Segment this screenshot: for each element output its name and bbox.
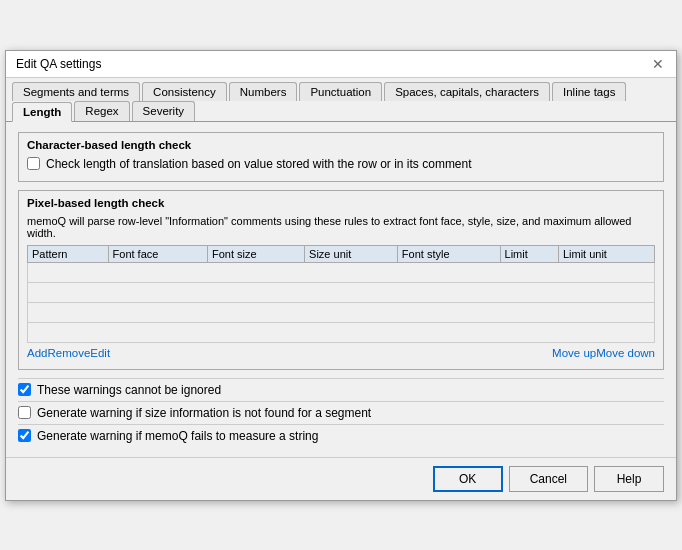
add-button[interactable]: Add (27, 347, 47, 359)
char-checkbox[interactable] (27, 157, 40, 170)
warning-label-0: These warnings cannot be ignored (37, 383, 221, 397)
col-font-style: Font style (397, 245, 500, 262)
titlebar: Edit QA settings ✕ (6, 51, 676, 78)
help-button[interactable]: Help (594, 466, 664, 492)
pixel-table: Pattern Font face Font size Size unit Fo… (27, 245, 655, 343)
char-section-title: Character-based length check (27, 139, 655, 151)
pixel-desc: memoQ will parse row-level "Information"… (27, 215, 655, 239)
table-row (28, 302, 655, 322)
table-row (28, 322, 655, 342)
col-limit: Limit (500, 245, 558, 262)
warning-checkbox-0[interactable] (18, 383, 31, 396)
warning-row-0: These warnings cannot be ignored (18, 378, 664, 401)
dialog-footer: OK Cancel Help (6, 457, 676, 500)
close-button[interactable]: ✕ (650, 57, 666, 71)
move-down-button[interactable]: Move down (596, 347, 655, 359)
table-body (28, 262, 655, 342)
char-checkbox-label: Check length of translation based on val… (46, 157, 472, 171)
col-font-face: Font face (108, 245, 207, 262)
warning-checkbox-1[interactable] (18, 406, 31, 419)
pixel-section: Pixel-based length check memoQ will pars… (18, 190, 664, 370)
remove-button[interactable]: Remove (47, 347, 90, 359)
warning-checkbox-2[interactable] (18, 429, 31, 442)
col-limit-unit: Limit unit (558, 245, 654, 262)
cancel-button[interactable]: Cancel (509, 466, 588, 492)
tab-numbers[interactable]: Numbers (229, 82, 298, 101)
tab-segments-and-terms[interactable]: Segments and terms (12, 82, 140, 101)
tab-severity[interactable]: Severity (132, 101, 196, 121)
col-font-size: Font size (207, 245, 304, 262)
tab-inline-tags[interactable]: Inline tags (552, 82, 626, 101)
warning-label-2: Generate warning if memoQ fails to measu… (37, 429, 318, 443)
edit-button[interactable]: Edit (90, 347, 110, 359)
tab-punctuation[interactable]: Punctuation (299, 82, 382, 101)
dialog-title: Edit QA settings (16, 57, 101, 71)
table-actions: Add Remove Edit Move up Move down (27, 343, 655, 363)
table-row (28, 282, 655, 302)
char-section: Character-based length check Check lengt… (18, 132, 664, 182)
tab-spaces-capitals-characters[interactable]: Spaces, capitals, characters (384, 82, 550, 101)
ok-button[interactable]: OK (433, 466, 503, 492)
edit-qa-dialog: Edit QA settings ✕ Segments and terms Co… (5, 50, 677, 501)
tab-regex[interactable]: Regex (74, 101, 129, 121)
tab-consistency[interactable]: Consistency (142, 82, 227, 101)
warnings-section: These warnings cannot be ignored Generat… (18, 378, 664, 447)
col-size-unit: Size unit (305, 245, 398, 262)
pixel-section-title: Pixel-based length check (27, 197, 655, 209)
table-row (28, 262, 655, 282)
tabs-row: Segments and terms Consistency Numbers P… (6, 78, 676, 122)
main-content: Character-based length check Check lengt… (6, 122, 676, 457)
table-header-row: Pattern Font face Font size Size unit Fo… (28, 245, 655, 262)
char-check-row: Check length of translation based on val… (27, 157, 655, 171)
warning-row-2: Generate warning if memoQ fails to measu… (18, 424, 664, 447)
col-pattern: Pattern (28, 245, 109, 262)
warning-label-1: Generate warning if size information is … (37, 406, 371, 420)
move-up-button[interactable]: Move up (552, 347, 596, 359)
tab-length[interactable]: Length (12, 102, 72, 122)
warning-row-1: Generate warning if size information is … (18, 401, 664, 424)
